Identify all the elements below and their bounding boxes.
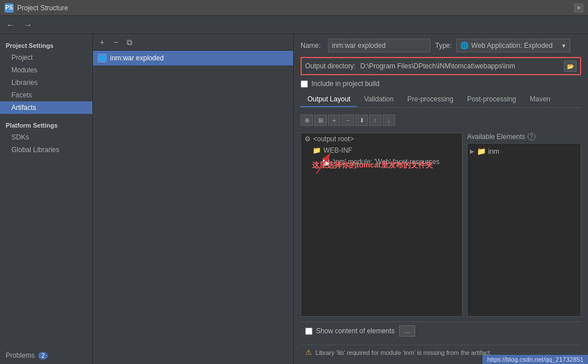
forward-button[interactable]: → — [22, 19, 34, 31]
warning-text: Library 'lib' required for module 'inm' … — [315, 349, 492, 356]
bottom-bar: Show content of elements ... — [301, 321, 581, 340]
warning-icon: ⚠ — [305, 348, 312, 357]
copy-artifact-button[interactable]: ⧉ — [124, 36, 135, 48]
sidebar-problems[interactable]: Problems 2 — [0, 347, 92, 364]
sidebar-item-sdks[interactable]: SDKs — [0, 131, 92, 144]
tree-icon-webinf: 📁 — [313, 146, 321, 154]
output-left-container: ⚙ <output root> 📁 WEB-INF 📄 'inm' module… — [301, 133, 463, 317]
output-tree: ⚙ <output root> 📁 WEB-INF 📄 'inm' module… — [301, 133, 463, 317]
title-bar-controls: ✕ — [574, 3, 583, 13]
sidebar-item-artifacts[interactable]: Artifacts — [0, 101, 92, 114]
output-tool-btn-2[interactable]: ⊞ — [314, 114, 327, 126]
close-button[interactable]: ✕ — [574, 3, 583, 13]
type-value: Web Application: Exploded — [471, 42, 553, 50]
type-dropdown-icon: ▼ — [561, 43, 566, 49]
output-dir-browse-button[interactable]: 📂 — [564, 60, 577, 72]
tree-output-root[interactable]: ⚙ <output root> — [301, 133, 462, 145]
show-content-label[interactable]: Show content of elements — [316, 327, 395, 335]
output-dir-label: Output directory: — [305, 62, 356, 70]
tab-output-layout[interactable]: Output Layout — [301, 92, 357, 107]
available-header: Available Elements ? — [467, 133, 581, 141]
more-button[interactable]: ... — [399, 325, 415, 337]
tree-icon-facet: 📄 — [322, 158, 330, 166]
available-label: Available Elements — [467, 133, 525, 141]
name-type-row: Name: Type: 🌐 Web Application: Exploded … — [301, 39, 581, 52]
output-tool-btn-4[interactable]: − — [342, 114, 354, 126]
tree-webinf[interactable]: 📁 WEB-INF — [301, 145, 462, 156]
app-icon: PS — [5, 3, 14, 13]
detail-tabs: Output Layout Validation Pre-processing … — [301, 92, 581, 108]
output-dir-input[interactable] — [360, 62, 559, 70]
available-tree: ▶ 📁 inm — [467, 143, 581, 317]
output-tool-btn-6[interactable]: ↑ — [369, 114, 382, 126]
include-in-build-row: Include in project build — [301, 80, 581, 88]
output-tool-btn-3[interactable]: + — [328, 114, 340, 126]
title-bar-left: PS Project Structure — [5, 3, 68, 13]
main-layout: Project Settings Project Modules Librari… — [0, 34, 588, 364]
url-bar: https://blog.csdn.net/qq_21732851 — [482, 355, 588, 364]
title-bar: PS Project Structure ✕ — [0, 0, 588, 16]
artifact-icon: 🌐 — [98, 54, 107, 63]
sidebar-item-libraries[interactable]: Libraries — [0, 76, 92, 89]
include-in-build-label[interactable]: Include in project build — [311, 80, 379, 88]
artifact-list-panel: + − ⧉ 🌐 inm:war exploded — [93, 34, 294, 364]
name-label: Name: — [301, 42, 323, 50]
artifact-name: inm:war exploded — [110, 54, 164, 62]
tree-label-webinf: WEB-INF — [323, 146, 352, 154]
sidebar-item-global-libraries[interactable]: Global Libraries — [0, 144, 92, 156]
output-tool-btn-7[interactable]: ↓ — [383, 114, 395, 126]
tree-label-inm: inm — [488, 148, 499, 156]
sidebar: Project Settings Project Modules Librari… — [0, 34, 93, 364]
project-settings-header: Project Settings — [0, 39, 92, 51]
name-input[interactable] — [328, 39, 431, 52]
include-in-build-checkbox[interactable] — [301, 80, 308, 88]
artifact-item-inm-war[interactable]: 🌐 inm:war exploded — [93, 51, 293, 66]
tree-expand-arrow: ▶ — [470, 148, 475, 154]
nav-bar: ← → — [0, 16, 588, 34]
url-text: https://blog.csdn.net/qq_21732851 — [487, 356, 583, 363]
platform-settings-header: Platform Settings — [0, 118, 92, 131]
sidebar-item-project[interactable]: Project — [0, 51, 92, 64]
tab-validation[interactable]: Validation — [357, 92, 400, 107]
available-help-button[interactable]: ? — [528, 133, 536, 141]
output-dir-row: Output directory: 📂 — [301, 57, 581, 75]
type-label: Type: — [435, 42, 452, 50]
back-button[interactable]: ← — [5, 19, 17, 31]
tree-label-facet: 'inm' module: 'Web' facet resources — [332, 158, 440, 166]
show-content-row: Show content of elements — [305, 327, 395, 335]
tab-post-processing[interactable]: Post-processing — [460, 92, 523, 107]
content-columns: + − ⧉ 🌐 inm:war exploded Name: Type: 🌐 W… — [93, 34, 588, 364]
tree-label-root: <output root> — [313, 135, 354, 143]
artifact-toolbar: + − ⧉ — [93, 34, 293, 51]
type-icon: 🌐 — [460, 42, 469, 50]
output-tool-btn-5[interactable]: ⬇ — [355, 114, 368, 126]
output-tool-btn-1[interactable]: ⊕ — [301, 114, 313, 126]
sidebar-item-facets[interactable]: Facets — [0, 89, 92, 101]
available-elements-panel: Available Elements ? ▶ 📁 inm — [467, 133, 581, 317]
show-content-checkbox[interactable] — [305, 328, 313, 335]
window-title: Project Structure — [17, 4, 68, 12]
detail-panel: Name: Type: 🌐 Web Application: Exploded … — [294, 34, 588, 364]
tab-pre-processing[interactable]: Pre-processing — [400, 92, 460, 107]
tab-maven[interactable]: Maven — [523, 92, 557, 107]
problems-badge: 2 — [38, 352, 48, 359]
problems-label: Problems — [6, 351, 35, 359]
tree-icon-root: ⚙ — [305, 135, 311, 143]
tree-folder-icon: 📁 — [477, 147, 486, 156]
sidebar-item-modules[interactable]: Modules — [0, 64, 92, 76]
add-artifact-button[interactable]: + — [96, 36, 108, 48]
type-select[interactable]: 🌐 Web Application: Exploded ▼ — [456, 39, 570, 52]
tree-facet-resources[interactable]: 📄 'inm' module: 'Web' facet resources — [301, 156, 462, 167]
output-toolbar: ⊕ ⊞ + − ⬇ ↑ ↓ — [301, 112, 581, 128]
output-columns: ⚙ <output root> 📁 WEB-INF 📄 'inm' module… — [301, 133, 581, 317]
avail-tree-item-inm[interactable]: ▶ 📁 inm — [470, 146, 578, 157]
remove-artifact-button[interactable]: − — [110, 36, 121, 48]
